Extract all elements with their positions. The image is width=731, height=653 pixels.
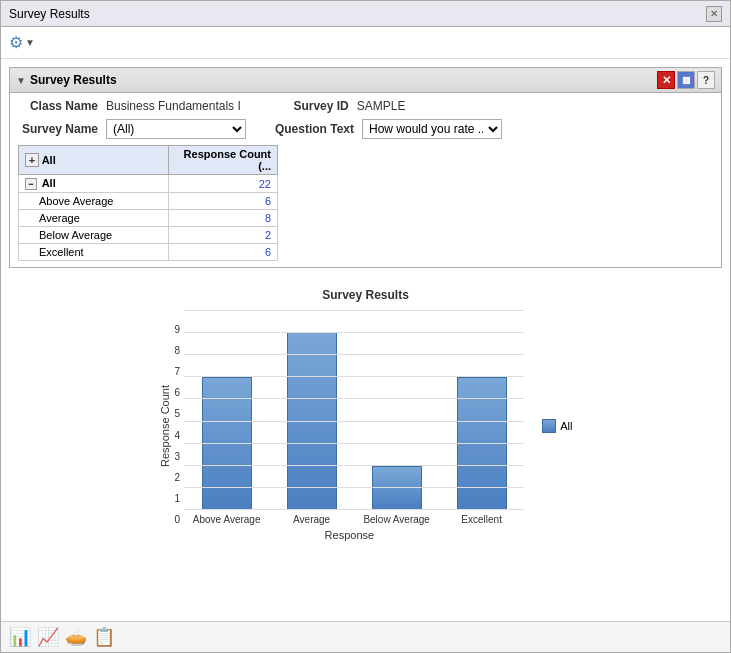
bar — [287, 332, 337, 510]
export-button[interactable]: ✕ — [657, 71, 675, 89]
close-button[interactable]: ✕ — [706, 6, 722, 22]
x-axis-label: Average — [269, 514, 354, 525]
chart-plot: 0 1 2 3 4 5 6 7 8 9 — [175, 310, 525, 525]
table-area: + All Response Count (... − All — [18, 145, 713, 261]
grid-view-button[interactable]: ▦ — [677, 71, 695, 89]
bars-row — [184, 310, 524, 510]
legend-item: All — [542, 419, 572, 433]
y-tick: 6 — [175, 388, 181, 398]
x-axis-labels: Above AverageAverageBelow AverageExcelle… — [184, 514, 524, 525]
x-axis-label: Below Average — [354, 514, 439, 525]
row-count: 6 — [169, 244, 278, 261]
add-all-label: All — [42, 154, 56, 166]
chart-legend: All — [542, 419, 572, 433]
title-bar: Survey Results ✕ — [1, 1, 730, 27]
x-axis-title: Response — [175, 529, 525, 541]
bottom-toolbar: 📊 📈 🥧 📋 — [1, 621, 730, 652]
table-row: Average 8 — [19, 210, 278, 227]
question-text-label: Question Text — [274, 122, 354, 136]
panel-header: ▼ Survey Results ✕ ▦ ? — [10, 68, 721, 93]
row-count: 22 — [169, 175, 278, 193]
row-label: Average — [19, 210, 169, 227]
survey-id-label: Survey ID — [269, 99, 349, 113]
y-tick: 7 — [175, 367, 181, 377]
window-title: Survey Results — [9, 7, 90, 21]
survey-id-value: SAMPLE — [357, 99, 406, 113]
table-row: Above Average 6 — [19, 193, 278, 210]
row-count: 2 — [169, 227, 278, 244]
content-area: ▼ Survey Results ✕ ▦ ? Class Name Busine… — [1, 59, 730, 621]
chart-container: Response Count 0 1 2 3 4 5 6 — [159, 310, 573, 541]
survey-name-label: Survey Name — [18, 122, 98, 136]
survey-results-panel: ▼ Survey Results ✕ ▦ ? Class Name Busine… — [9, 67, 722, 268]
row-label: Above Average — [19, 193, 169, 210]
y-tick: 5 — [175, 409, 181, 419]
question-text-select[interactable]: How would you rate ... — [362, 119, 502, 139]
bar — [372, 466, 422, 510]
bar-chart-icon[interactable]: 📊 — [9, 626, 31, 648]
help-button[interactable]: ? — [697, 71, 715, 89]
row-count: 6 — [169, 193, 278, 210]
collapse-button[interactable]: − — [25, 178, 37, 190]
row-label: Below Average — [19, 227, 169, 244]
gear-icon: ⚙ — [9, 33, 23, 52]
table-row: − All 22 — [19, 175, 278, 193]
data-table-icon[interactable]: 📋 — [93, 626, 115, 648]
y-tick: 9 — [175, 325, 181, 335]
y-tick: 3 — [175, 452, 181, 462]
main-window: Survey Results ✕ ⚙ ▼ ▼ Survey Results ✕ … — [0, 0, 731, 653]
count-col-header: Response Count (... — [169, 146, 278, 175]
dropdown-arrow-icon: ▼ — [25, 37, 35, 48]
class-name-row: Class Name Business Fundamentals I Surve… — [18, 99, 713, 113]
legend-label: All — [560, 420, 572, 432]
panel-title: Survey Results — [30, 73, 117, 87]
survey-name-select[interactable]: (All) — [106, 119, 246, 139]
chart-axes: Response Count 0 1 2 3 4 5 6 — [159, 310, 525, 541]
y-tick: 1 — [175, 494, 181, 504]
line-chart-icon[interactable]: 📈 — [37, 626, 59, 648]
chart-section: Survey Results Response Count 0 1 2 3 4 — [9, 278, 722, 551]
collapse-triangle-icon[interactable]: ▼ — [16, 75, 26, 86]
y-tick: 8 — [175, 346, 181, 356]
row-label: All — [42, 177, 56, 189]
toolbar: ⚙ ▼ — [1, 27, 730, 59]
chart-title: Survey Results — [322, 288, 409, 302]
chart-inner: 0 1 2 3 4 5 6 7 8 9 — [175, 310, 525, 541]
bar-group — [439, 310, 524, 510]
survey-name-row: Survey Name (All) Question Text How woul… — [18, 119, 713, 139]
legend-color-swatch — [542, 419, 556, 433]
settings-button[interactable]: ⚙ ▼ — [9, 33, 35, 52]
row-label: Excellent — [19, 244, 169, 261]
y-tick: 4 — [175, 431, 181, 441]
row-count: 8 — [169, 210, 278, 227]
class-name-value: Business Fundamentals I — [106, 99, 241, 113]
bar — [202, 377, 252, 510]
y-axis-label: Response Count — [159, 385, 171, 467]
y-ticks: 0 1 2 3 4 5 6 7 8 9 — [175, 325, 181, 525]
table-row: Below Average 2 — [19, 227, 278, 244]
y-tick: 2 — [175, 473, 181, 483]
bar-group — [184, 310, 269, 510]
panel-body: Class Name Business Fundamentals I Surve… — [10, 93, 721, 267]
bar-group — [269, 310, 354, 510]
y-tick: 0 — [175, 515, 181, 525]
class-name-label: Class Name — [18, 99, 98, 113]
results-table: + All Response Count (... − All — [18, 145, 278, 261]
pie-chart-icon[interactable]: 🥧 — [65, 626, 87, 648]
table-row: Excellent 6 — [19, 244, 278, 261]
panel-header-icons: ✕ ▦ ? — [657, 71, 715, 89]
add-row-button[interactable]: + — [25, 153, 39, 167]
bar-group — [354, 310, 439, 510]
bar — [457, 377, 507, 510]
x-axis-label: Excellent — [439, 514, 524, 525]
x-axis-label: Above Average — [184, 514, 269, 525]
